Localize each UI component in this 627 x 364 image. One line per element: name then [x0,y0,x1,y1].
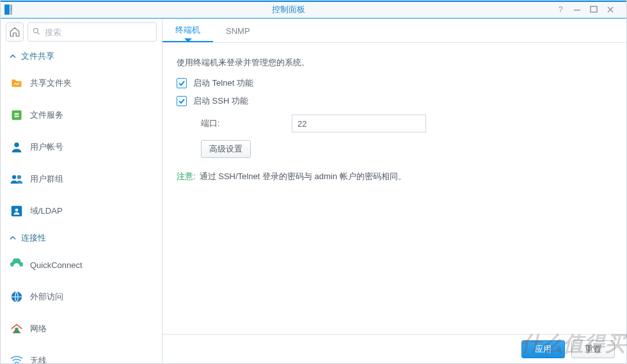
footer-bar: 应用 重置 [163,334,626,363]
svg-rect-7 [591,6,597,12]
apply-button[interactable]: 应用 [521,340,565,358]
quickconnect-icon [10,258,24,272]
svg-rect-6 [574,10,580,11]
close-button[interactable] [606,5,615,14]
sidebar-item[interactable]: QuickConnect [1,249,162,281]
chevron-up-icon [10,52,16,61]
external-access-icon [10,290,24,304]
home-button[interactable] [6,22,24,42]
svg-point-2 [11,6,12,7]
ssh-checkbox[interactable] [177,96,187,106]
sidebar: 文件共享共享文件夹文件服务用户帐号用户群组域/LDAP连接性QuickConne… [1,19,163,363]
ssh-label: 启动 SSH 功能 [193,95,248,107]
note-prefix: 注意: [177,171,196,182]
file-service-icon [10,108,24,122]
user-account-icon [10,140,24,154]
tab[interactable]: SNMP [213,20,263,42]
sidebar-item-label: 无线 [30,355,47,363]
port-label: 端口: [201,118,284,129]
svg-rect-9 [12,111,22,120]
sidebar-item-label: 用户群组 [30,173,63,185]
domain-ldap-icon [10,204,24,218]
svg-text:?: ? [559,6,563,13]
svg-rect-0 [4,4,10,15]
telnet-label: 启动 Telnet 功能 [193,77,253,89]
description-text: 使用终端机来登录并管理您的系统。 [177,57,612,68]
main-panel: 终端机SNMP 使用终端机来登录并管理您的系统。 启动 Telnet 功能 启动… [163,19,626,363]
network-icon [10,322,24,336]
sidebar-item-label: 用户帐号 [30,141,63,153]
reset-button[interactable]: 重置 [571,340,615,358]
search-input[interactable] [45,28,152,37]
port-input[interactable] [292,115,426,132]
sidebar-item-label: 外部访问 [30,291,63,303]
content-area: 使用终端机来登录并管理您的系统。 启动 Telnet 功能 启动 SSH 功能 … [163,43,626,334]
svg-point-14 [15,209,19,212]
tab[interactable]: 终端机 [163,18,213,42]
note-text: 通过 SSH/Telnet 登录的密码与 admin 帐户的密码相同。 [200,171,406,182]
section-label: 连接性 [21,232,46,244]
search-box[interactable] [28,22,157,42]
control-panel-window: 控制面板 ? [0,0,627,364]
user-group-icon [10,172,24,186]
shared-folder-icon [10,76,24,90]
sidebar-item[interactable]: 用户帐号 [1,131,162,163]
wireless-icon [10,354,24,363]
section-label: 文件共享 [21,51,54,62]
svg-point-11 [12,175,16,179]
sidebar-item-label: 域/LDAP [30,205,63,217]
titlebar: 控制面板 ? [1,1,626,19]
tabs: 终端机SNMP [163,19,626,43]
telnet-checkbox[interactable] [177,78,187,88]
svg-point-10 [14,143,19,147]
svg-point-12 [17,175,21,179]
sidebar-item-label: QuickConnect [30,260,83,270]
svg-point-4 [11,10,12,11]
sidebar-item-label: 网络 [30,323,47,335]
sidebar-item[interactable]: 文件服务 [1,99,162,131]
svg-rect-17 [15,328,19,331]
sidebar-item[interactable]: 无线 [1,345,162,363]
section-header[interactable]: 文件共享 [1,45,162,67]
advanced-settings-button[interactable]: 高级设置 [201,140,251,158]
svg-point-3 [11,8,12,9]
maximize-button[interactable] [589,5,598,14]
sidebar-item[interactable]: 域/LDAP [1,195,162,227]
sidebar-item[interactable]: 用户群组 [1,163,162,195]
sidebar-item-label: 文件服务 [30,109,63,121]
svg-point-8 [33,28,38,33]
minimize-button[interactable] [573,5,582,14]
app-icon [4,3,21,16]
help-button[interactable]: ? [556,5,565,14]
section-header[interactable]: 连接性 [1,227,162,249]
sidebar-item[interactable]: 网络 [1,313,162,345]
sidebar-item-label: 共享文件夹 [30,77,72,89]
sidebar-item[interactable]: 外部访问 [1,281,162,313]
window-title: 控制面板 [21,4,556,15]
svg-rect-16 [13,332,20,333]
chevron-up-icon [10,233,16,243]
sidebar-item[interactable]: 共享文件夹 [1,67,162,99]
search-icon [32,27,41,38]
